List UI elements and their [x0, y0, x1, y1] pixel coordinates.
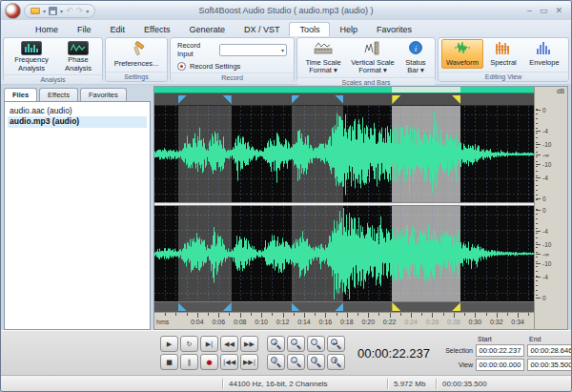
zoom-default-icon: ‥ [311, 339, 321, 349]
settings-group-label: Settings [106, 72, 167, 81]
selection-marker[interactable] [452, 95, 460, 104]
zoom-out-alt-button[interactable]: − [287, 354, 305, 370]
file-item[interactable]: audio.aac (audio) [8, 106, 147, 116]
view-value-field[interactable]: 00:00:35.500 [527, 359, 572, 371]
time-scale-format-button[interactable]: Time Scale Format ▾ [300, 39, 346, 77]
region-marker[interactable] [178, 95, 187, 104]
waveform-channel-right[interactable] [154, 206, 534, 301]
menu-tab-help[interactable]: Help [330, 23, 367, 36]
ruler-tick [454, 313, 455, 318]
menu-tab-favorites[interactable]: Favorites [367, 23, 421, 36]
db-tick-label: 0 [542, 295, 546, 301]
record-input-select[interactable]: ▾ [219, 44, 287, 56]
record-settings-button[interactable]: Record Settings [190, 62, 240, 71]
preferences-button[interactable]: Preferences... [109, 39, 164, 70]
panel-tab-files[interactable]: Files [4, 88, 37, 101]
zoom-vertical-button[interactable]: ↕ [327, 354, 345, 370]
panel-tab-favorites[interactable]: Favorites [80, 88, 127, 101]
current-time-display: 00:00:22.237 [350, 333, 438, 373]
ribbon-tab-bar: HomeFileEditEffectsGenerateDX / VSTTools… [1, 20, 571, 36]
pause-button[interactable]: ‖ [180, 354, 198, 370]
ruler-tick [218, 313, 219, 318]
selection-marker[interactable] [452, 302, 460, 311]
view-row-label: View [440, 361, 473, 368]
overview-bar[interactable] [154, 87, 534, 93]
region-marker[interactable] [335, 95, 343, 104]
view-value-field[interactable]: 00:00:00.000 [476, 359, 524, 371]
column-header-start: Start [476, 336, 524, 342]
envelope-view-label: Envelope [529, 59, 559, 68]
magnifier-modifier: − [291, 357, 299, 365]
stop-button[interactable]: ■ [160, 354, 178, 370]
app-logo-icon[interactable] [5, 3, 21, 19]
spectral-view-button[interactable]: Spectral [484, 39, 522, 69]
selection-marker[interactable] [392, 302, 400, 311]
zoom-default-button[interactable]: ‥ [307, 336, 325, 352]
region-marker[interactable] [223, 302, 232, 311]
menu-tab-home[interactable]: Home [26, 23, 68, 36]
selection-marker[interactable] [392, 95, 400, 104]
zoom-in-button[interactable]: + [267, 336, 285, 352]
menu-tab-dx-vst[interactable]: DX / VST [235, 23, 290, 36]
db-minor-tick [536, 247, 538, 248]
menu-tab-edit[interactable]: Edit [101, 23, 135, 36]
menu-tab-effects[interactable]: Effects [134, 23, 179, 36]
selection-value-field[interactable]: 00:00:22.237 [476, 344, 524, 357]
top-marker-strip[interactable] [154, 93, 534, 106]
ruler-label: 0:34 [511, 319, 524, 325]
region-marker[interactable] [178, 302, 187, 311]
status-bar-button[interactable]: i Status Bar ▾ [399, 39, 432, 77]
region-marker[interactable] [335, 302, 343, 311]
menu-tab-file[interactable]: File [68, 23, 101, 36]
waveform-editor[interactable]: hms0:040:060:080:100:120:140:160:180:200… [153, 86, 568, 330]
rewind-button[interactable]: ◀◀ [220, 336, 238, 352]
zoom-out-button[interactable]: − [287, 336, 305, 352]
file-item[interactable]: audio.mp3 (audio) [8, 116, 147, 127]
minimize-button[interactable]: – [527, 7, 532, 15]
record-button[interactable]: ● [200, 354, 218, 370]
phase-analysis-button[interactable]: Phase Analysis [57, 39, 99, 74]
forward-button[interactable]: ▶▶ [240, 336, 258, 352]
region-marker[interactable] [292, 95, 300, 104]
loop-button[interactable]: ↻ [180, 336, 198, 352]
db-minor-tick [536, 195, 538, 196]
play-button[interactable]: ▶ [160, 336, 178, 352]
envelope-view-button[interactable]: Envelope [523, 39, 565, 69]
waveform-view-button[interactable]: Waveform [441, 39, 483, 69]
record-group-label: Record [171, 72, 294, 82]
preferences-hammer-icon [128, 41, 145, 59]
panel-tab-effects[interactable]: Effects [39, 88, 78, 101]
db-tick-label: -10 [542, 161, 551, 168]
maximize-button[interactable]: ▭ [540, 7, 548, 15]
time-ruler[interactable]: hms0:040:060:080:100:120:140:160:180:200… [154, 312, 534, 329]
db-tick-label: -10 [542, 141, 551, 148]
selection-value-field[interactable]: 00:00:28.646 [527, 344, 572, 357]
close-button[interactable]: ✕ [555, 7, 562, 15]
region-marker[interactable] [223, 95, 232, 104]
waveform-channel-left[interactable] [154, 106, 534, 202]
frequency-analysis-button[interactable]: Frequency Analysis [7, 39, 56, 74]
bottom-marker-strip[interactable] [154, 301, 534, 312]
region-marker[interactable] [292, 302, 300, 311]
go-start-button[interactable]: |◀◀ [220, 354, 238, 370]
ruler-tick [240, 313, 241, 318]
menu-tab-tools[interactable]: Tools [289, 22, 330, 36]
waveform-display[interactable]: hms0:040:060:080:100:120:140:160:180:200… [154, 87, 534, 329]
db-tick [536, 231, 541, 232]
db-tick [536, 164, 541, 165]
go-end-button[interactable]: ▶▶| [240, 354, 258, 370]
db-tick [536, 277, 541, 278]
vertical-scale-format-button[interactable]: Vertical Scale Format ▾ [347, 39, 398, 77]
transport-row: ■‖●|◀◀▶▶|[−]↕ [160, 354, 345, 370]
magnifier-modifier: ‥ [311, 339, 319, 347]
zoom-horizontal-button[interactable]: ↔ [327, 336, 345, 352]
zoom-level-button[interactable]: ] [307, 354, 325, 370]
menu-tab-generate[interactable]: Generate [179, 23, 235, 36]
db-tick-label: -4 [542, 274, 548, 280]
file-list[interactable]: audio.aac (audio)audio.mp3 (audio) [4, 101, 151, 330]
magnifier-modifier: [ [271, 357, 279, 365]
play-file-button[interactable]: ▶| [200, 336, 218, 352]
zoom-selection-button[interactable]: [ [267, 354, 285, 370]
db-minor-tick [536, 171, 538, 172]
db-tick [536, 254, 541, 255]
